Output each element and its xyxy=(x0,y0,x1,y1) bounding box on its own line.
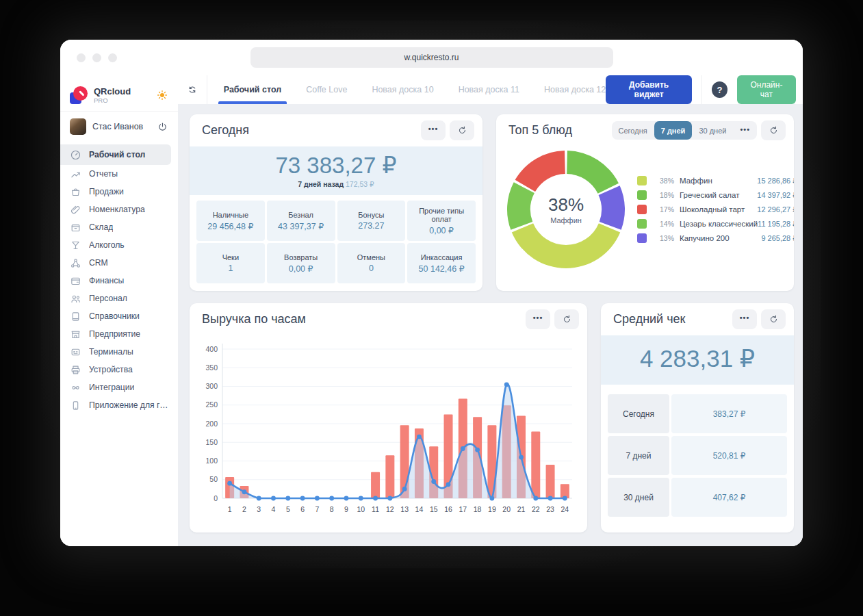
warehouse-icon xyxy=(70,222,81,233)
svg-text:Маффин: Маффин xyxy=(550,216,582,224)
svg-text:4: 4 xyxy=(272,505,276,513)
legend-row: 17% Шоколадный тарт 12 296,27 ₽ xyxy=(637,205,794,214)
close-window-button[interactable] xyxy=(77,53,86,62)
svg-text:21: 21 xyxy=(517,505,526,513)
address-bar[interactable]: w.quickresto.ru xyxy=(250,47,613,68)
sidebar-item-15[interactable]: Приложение для гост… xyxy=(60,396,178,414)
board-tab-4[interactable]: Новая доска 11 xyxy=(459,75,519,104)
compare-value: 172,53 ₽ xyxy=(346,180,374,188)
legend-row: 38% Маффин 15 286,86 ₽ xyxy=(637,176,794,185)
ellipsis-icon: ••• xyxy=(740,314,750,325)
top-dishes-menu-button[interactable]: ••• xyxy=(733,121,757,140)
sun-icon[interactable] xyxy=(156,89,168,101)
sidebar-item-6[interactable]: Алкоголь xyxy=(60,236,178,254)
svg-text:250: 250 xyxy=(205,400,218,409)
sync-boards-button[interactable] xyxy=(178,75,207,104)
sidebar-item-10[interactable]: Справочники xyxy=(60,307,178,325)
today-refresh-button[interactable] xyxy=(450,120,474,140)
terminals-icon xyxy=(70,346,81,358)
help-button[interactable]: ? xyxy=(712,81,727,98)
sync-icon xyxy=(187,84,198,95)
crm-icon xyxy=(70,257,81,269)
sidebar-item-label: Продажи xyxy=(89,187,124,196)
avg-check-total: 4 283,31 ₽ xyxy=(601,345,794,372)
avg-check-refresh-button[interactable] xyxy=(761,309,786,329)
sidebar-item-11[interactable]: Предприятие xyxy=(60,325,178,343)
avg-check-widget: Средний чек ••• 4 283,31 ₽ Сегодня 383,2… xyxy=(601,303,794,532)
sidebar-menu: Рабочий стол Отчеты Продажи Номенклатура… xyxy=(60,144,178,414)
period-option[interactable]: 30 дней xyxy=(692,121,733,140)
svg-text:24: 24 xyxy=(561,505,569,513)
period-option[interactable]: 7 дней xyxy=(654,121,693,140)
svg-text:9: 9 xyxy=(344,505,348,513)
avatar xyxy=(70,118,86,135)
board-tab-1[interactable]: Рабочий стол xyxy=(224,75,281,104)
maximize-window-button[interactable] xyxy=(108,53,117,62)
revenue-refresh-button[interactable] xyxy=(554,309,579,329)
sidebar-item-3[interactable]: Продажи xyxy=(60,183,178,201)
staff-icon xyxy=(70,293,81,305)
hours-chart: 0501001502002503003504001234567891011121… xyxy=(190,335,587,527)
today-total-band: 73 383,27 ₽ 7 дней назад 172,53 ₽ xyxy=(190,146,482,195)
board-tab-3[interactable]: Новая доска 10 xyxy=(372,75,433,104)
integrations-icon xyxy=(70,382,81,394)
today-tile: Прочие типы оплат0,00 ₽ xyxy=(407,201,476,241)
sidebar-item-4[interactable]: Номенклатура xyxy=(60,201,178,218)
top-dishes-refresh-button[interactable] xyxy=(761,120,786,140)
avg-check-menu-button[interactable]: ••• xyxy=(732,309,757,329)
sidebar-item-label: Терминалы xyxy=(89,347,133,357)
svg-text:14: 14 xyxy=(415,505,424,513)
sidebar-item-9[interactable]: Персонал xyxy=(60,290,178,307)
period-segmented-control: Сегодня7 дней30 дней••• xyxy=(612,121,757,140)
minimize-window-button[interactable] xyxy=(92,53,101,62)
svg-text:200: 200 xyxy=(205,420,218,428)
sidebar-item-7[interactable]: CRM xyxy=(60,254,178,272)
board-tab-5[interactable]: Новая доска 12 xyxy=(544,75,606,104)
svg-text:17: 17 xyxy=(459,505,467,513)
svg-text:16: 16 xyxy=(444,505,452,513)
add-widget-button[interactable]: Добавить виджет xyxy=(606,75,692,104)
refresh-icon xyxy=(562,314,572,324)
sidebar-item-label: Интеграции xyxy=(89,383,134,392)
revenue-by-hours-widget: Выручка по часам ••• 0501001502002503003… xyxy=(190,303,587,532)
svg-text:38%: 38% xyxy=(548,194,584,215)
today-tile: Чеки1 xyxy=(196,243,265,283)
finance-icon xyxy=(70,275,81,287)
power-icon[interactable] xyxy=(157,121,168,133)
svg-text:400: 400 xyxy=(205,345,218,353)
board-tab-2[interactable]: Coffe Love xyxy=(306,75,347,104)
revenue-menu-button[interactable]: ••• xyxy=(526,309,550,329)
sidebar-item-label: Предприятие xyxy=(89,329,140,339)
today-widget: Сегодня ••• 73 383,27 ₽ 7 дней назад 172… xyxy=(190,114,482,291)
sidebar-item-8[interactable]: Финансы xyxy=(60,272,178,290)
main-area: Рабочий столCoffe LoveНовая доска 10Нова… xyxy=(178,75,803,546)
sidebar-item-2[interactable]: Отчеты xyxy=(60,165,178,183)
sidebar-item-14[interactable]: Интеграции xyxy=(60,378,178,396)
reports-icon xyxy=(70,168,81,180)
sidebar-item-12[interactable]: Терминалы xyxy=(60,343,178,361)
online-chat-button[interactable]: Онлайн-чат xyxy=(737,75,796,104)
legend-swatch xyxy=(637,219,647,229)
sidebar-item-5[interactable]: Склад xyxy=(60,218,178,236)
avg-row-value: 383,27 ₽ xyxy=(671,394,787,433)
sidebar-item-13[interactable]: Устройства xyxy=(60,361,178,378)
period-option[interactable]: Сегодня xyxy=(612,121,654,140)
today-tile: Бонусы273.27 xyxy=(337,201,406,241)
app-root: QRcloud PRO Стас Иванов Рабочий стол Отч… xyxy=(60,75,803,546)
sidebar-item-label: CRM xyxy=(89,258,108,268)
svg-text:100: 100 xyxy=(205,457,218,465)
sidebar-item-label: Справочники xyxy=(89,311,140,321)
top-dishes-widget: Топ 5 блюд Сегодня7 дней30 дней••• 38%Ма… xyxy=(496,114,794,291)
sidebar-item-1[interactable]: Рабочий стол xyxy=(60,144,171,165)
svg-text:20: 20 xyxy=(502,505,511,513)
avg-check-title: Средний чек xyxy=(613,312,685,326)
today-tile: Инкассация50 142,46 ₽ xyxy=(407,243,476,283)
sidebar-item-label: Персонал xyxy=(89,294,127,303)
today-menu-button[interactable]: ••• xyxy=(421,120,446,140)
dashboard-content: Сегодня ••• 73 383,27 ₽ 7 дней назад 172… xyxy=(178,104,803,546)
avg-check-total-band: 4 283,31 ₽ xyxy=(601,335,794,385)
legend-swatch xyxy=(637,176,647,185)
svg-text:22: 22 xyxy=(532,505,540,513)
refresh-icon xyxy=(769,125,779,136)
nomenclature-icon xyxy=(70,204,81,216)
